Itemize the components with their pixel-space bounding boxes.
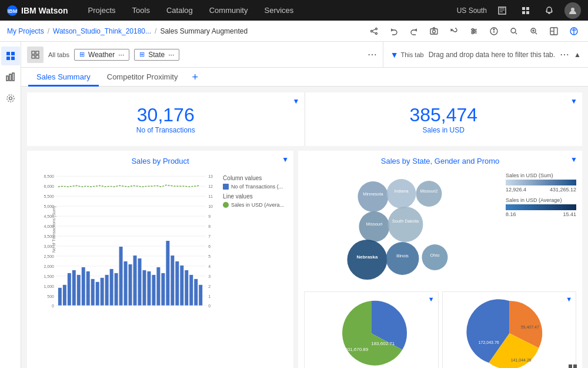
kpi-transactions-filter-icon[interactable]: ▼: [293, 97, 300, 105]
breadcrumb-home[interactable]: My Projects: [7, 27, 44, 35]
svg-point-128: [388, 207, 423, 242]
svg-text:2: 2: [208, 284, 211, 289]
tab-sales-summary[interactable]: Sales Summary: [28, 68, 99, 87]
sliders-icon[interactable]: [467, 24, 481, 38]
svg-rect-36: [6, 76, 8, 81]
bar-chart-svg: 6,500 6,000 5,500 5,000 4,500 4,000 3,50…: [33, 170, 220, 311]
svg-rect-4: [522, 11, 525, 14]
svg-rect-113: [171, 256, 174, 306]
avatar[interactable]: [564, 2, 581, 19]
kpi-sales-filter-icon[interactable]: ▼: [570, 97, 577, 105]
svg-text:4: 4: [208, 264, 211, 268]
tab-competitor-proximity[interactable]: Competitor Proximity: [99, 68, 186, 87]
kpi-sales-value: 385,474: [317, 104, 571, 126]
legend-column-text: No of Transactions (...: [231, 184, 283, 190]
column-values-label: Column values: [223, 175, 288, 181]
svg-text:IBM: IBM: [8, 8, 18, 14]
svg-rect-43: [32, 55, 35, 58]
flag-icon[interactable]: [567, 24, 581, 38]
avg-color-bar: [506, 204, 576, 210]
sidebar-chart-icon[interactable]: [1, 68, 20, 87]
svg-rect-94: [82, 267, 85, 306]
sidebar-dashboard-icon[interactable]: [1, 47, 20, 65]
svg-text:Missouri: Missouri: [366, 221, 383, 227]
weather-filter-chip[interactable]: ⊞ Weather ···: [74, 49, 129, 61]
bar-chart-title: Sales by Product: [33, 157, 288, 165]
svg-point-16: [474, 30, 476, 32]
svg-rect-97: [96, 282, 99, 306]
breadcrumb: My Projects / Watson_Studio_Think_20180.…: [0, 21, 588, 42]
book-icon[interactable]: [494, 2, 510, 19]
redo-icon[interactable]: [407, 24, 421, 38]
nav-services[interactable]: Services: [256, 0, 302, 21]
filter-more-btn[interactable]: ⋯: [368, 49, 377, 60]
main-layout: All tabs ⊞ Weather ··· ⊞ State ··· ⋯ ▼ T…: [0, 42, 588, 368]
sidebar-settings-icon[interactable]: [1, 89, 20, 108]
filter-expand-icon[interactable]: ▲: [574, 51, 581, 59]
tools-icon[interactable]: [447, 24, 461, 38]
info-icon[interactable]: [487, 24, 501, 38]
svg-text:172,043.76: 172,043.76: [478, 340, 499, 344]
svg-rect-32: [6, 52, 10, 55]
share-icon[interactable]: [367, 24, 381, 38]
weather-chip-dots[interactable]: ···: [118, 51, 124, 59]
dashboard: ▼ 30,176 No of Transactions ▼ 385,474 Sa…: [21, 87, 588, 368]
svg-rect-91: [68, 273, 71, 306]
grid-icon[interactable]: [517, 2, 534, 19]
svg-rect-116: [185, 270, 188, 306]
svg-rect-142: [573, 364, 577, 368]
pie-charts-row: ▼ 183,602.71 201,670.89: [304, 291, 576, 368]
kpi-sales-label: Sales in USD: [317, 126, 571, 134]
kpi-transactions-label: No of Transactions: [39, 126, 293, 134]
nav-community[interactable]: Community: [201, 0, 256, 21]
layout-icon[interactable]: [547, 24, 561, 38]
undo-icon[interactable]: [387, 24, 401, 38]
svg-rect-118: [194, 279, 198, 306]
grid-view-icon[interactable]: [568, 364, 577, 368]
bar-chart-filter-icon[interactable]: ▼: [282, 155, 289, 164]
tab-add-btn[interactable]: +: [186, 68, 204, 86]
bubble-svg: Minnesota Indiana Missouri2 Missouri: [304, 170, 501, 288]
bubble-chart-filter-icon[interactable]: ▼: [570, 155, 577, 164]
filter-left: All tabs ⊞ Weather ··· ⊞ State ··· ⋯: [21, 42, 383, 67]
bell-icon[interactable]: [541, 2, 557, 19]
search-icon[interactable]: [507, 24, 521, 38]
zoom-icon[interactable]: [527, 24, 541, 38]
pie-right-filter-icon[interactable]: ▼: [566, 296, 572, 303]
svg-text:10: 10: [208, 204, 213, 208]
svg-text:1,500: 1,500: [44, 274, 54, 279]
svg-rect-102: [119, 247, 123, 306]
all-tabs-label: All tabs: [48, 51, 69, 58]
svg-text:1: 1: [208, 294, 211, 299]
avg-min: 8.16: [506, 211, 516, 217]
filter-right-more-btn[interactable]: ⋯: [560, 49, 569, 60]
charts-row: ▼ Sales by Product: [27, 151, 582, 368]
svg-text:5,500: 5,500: [44, 194, 54, 198]
svg-line-22: [516, 32, 517, 34]
kpi-transactions-value: 30,176: [39, 104, 293, 126]
camera-icon[interactable]: [427, 24, 441, 38]
pie-left-filter-icon[interactable]: ▼: [428, 296, 435, 303]
svg-rect-35: [11, 57, 15, 60]
svg-text:1,000: 1,000: [44, 284, 54, 289]
svg-text:2,000: 2,000: [44, 264, 54, 268]
nav-catalog[interactable]: Catalog: [158, 0, 201, 21]
nav-tools[interactable]: Tools: [124, 0, 158, 21]
app-name: IBM Watson: [21, 6, 68, 15]
state-filter-chip[interactable]: ⊞ State ···: [134, 49, 179, 61]
all-tabs-icon: [27, 47, 44, 63]
nav-projects[interactable]: Projects: [80, 0, 124, 21]
breadcrumb-project[interactable]: Watson_Studio_Think_20180...: [53, 27, 151, 35]
filter-right: ▼ This tab Drag and drop data here to fi…: [383, 42, 588, 67]
svg-point-132: [386, 242, 419, 275]
svg-text:6: 6: [208, 244, 211, 248]
tabs-bar: Sales Summary Competitor Proximity +: [21, 68, 588, 87]
breadcrumb-current: Sales Summary Augmented: [160, 27, 248, 35]
region-label: US South: [457, 6, 487, 15]
pie-chart-left-panel: ▼ 183,602.71 201,670.89: [304, 291, 438, 368]
pie-left-svg: 183,602.71 201,670.89: [305, 292, 437, 368]
svg-point-7: [376, 28, 377, 29]
svg-text:0: 0: [52, 304, 54, 308]
svg-rect-103: [124, 261, 128, 306]
state-chip-dots[interactable]: ···: [168, 51, 174, 59]
